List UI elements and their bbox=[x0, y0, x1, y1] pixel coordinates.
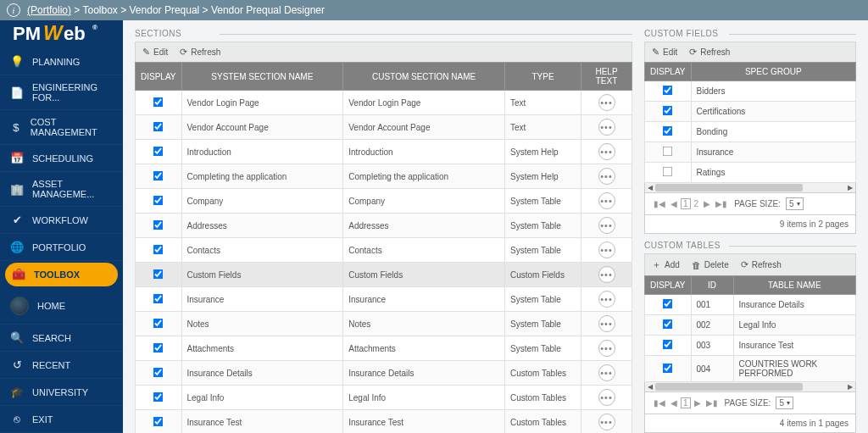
table-row[interactable]: IntroductionIntroductionSystem Help••• bbox=[136, 140, 632, 164]
table-row[interactable]: Vendor Account PageVendor Account PageTe… bbox=[136, 115, 632, 140]
refresh-button[interactable]: ⟳Refresh bbox=[741, 259, 782, 270]
pager-next[interactable]: ▶ bbox=[693, 398, 703, 408]
more-button[interactable]: ••• bbox=[598, 119, 615, 136]
h-scrollbar[interactable]: ◀▶ bbox=[644, 183, 856, 193]
sidebar-recent[interactable]: ↺RECENT bbox=[0, 352, 123, 379]
sidebar-item-planning[interactable]: 💡PLANNING bbox=[0, 48, 123, 75]
more-button[interactable]: ••• bbox=[598, 389, 615, 406]
pager-prev[interactable]: ◀ bbox=[669, 199, 679, 208]
sidebar-exit[interactable]: ⎋EXIT bbox=[0, 406, 123, 433]
table-row[interactable]: Custom FieldsCustom FieldsCustom Fields•… bbox=[136, 263, 632, 287]
display-checkbox[interactable] bbox=[153, 293, 164, 303]
display-checkbox[interactable] bbox=[663, 363, 673, 373]
display-checkbox[interactable] bbox=[153, 146, 164, 156]
sidebar-item-portfolio[interactable]: 🌐PORTFOLIO bbox=[0, 234, 123, 261]
col-help-text[interactable]: HELP TEXT bbox=[581, 63, 632, 91]
col-custom-name[interactable]: CUSTOM SECTION NAME bbox=[343, 63, 505, 91]
breadcrumb-portfolio[interactable]: (Portfolio) bbox=[27, 4, 71, 16]
col-display[interactable]: DISPLAY bbox=[645, 276, 692, 295]
display-checkbox[interactable] bbox=[663, 340, 673, 350]
table-row[interactable]: 002Legal Info bbox=[645, 315, 856, 336]
refresh-button[interactable]: ⟳Refresh bbox=[689, 47, 730, 58]
table-row[interactable]: CompanyCompanySystem Table••• bbox=[136, 189, 632, 214]
more-button[interactable]: ••• bbox=[598, 414, 615, 430]
sidebar-item-asset-manageme-[interactable]: 🏢ASSET MANAGEME... bbox=[0, 172, 123, 207]
page-size-select[interactable]: 5 bbox=[776, 397, 793, 409]
sidebar-item-engineering-for-[interactable]: 📄ENGINEERING FOR... bbox=[0, 75, 123, 110]
table-row[interactable]: Legal InfoLegal InfoCustom Tables••• bbox=[136, 386, 632, 410]
table-row[interactable]: Bonding bbox=[645, 122, 856, 142]
table-row[interactable]: Bidders bbox=[645, 81, 856, 102]
table-row[interactable]: 004COUNTRIES WORK PERFORMED bbox=[645, 356, 856, 382]
table-row[interactable]: Insurance bbox=[645, 142, 856, 163]
more-button[interactable]: ••• bbox=[598, 217, 615, 234]
display-checkbox[interactable] bbox=[153, 391, 164, 402]
edit-button[interactable]: ✎Edit bbox=[142, 47, 168, 58]
display-checkbox[interactable] bbox=[153, 342, 164, 353]
col-system-name[interactable]: SYSTEM SECTION NAME bbox=[181, 63, 343, 91]
more-button[interactable]: ••• bbox=[598, 340, 615, 357]
table-row[interactable]: ContactsContactsSystem Table••• bbox=[136, 238, 632, 263]
sidebar-item-toolbox[interactable]: 🧰TOOLBOX bbox=[5, 263, 118, 286]
h-scrollbar[interactable]: ◀▶ bbox=[644, 382, 856, 392]
pager-page-1[interactable]: 1 bbox=[681, 198, 691, 209]
table-row[interactable]: Completing the applicationCompleting the… bbox=[136, 164, 632, 189]
more-button[interactable]: ••• bbox=[598, 315, 615, 332]
add-button[interactable]: ＋Add bbox=[652, 258, 680, 271]
table-row[interactable]: Insurance TestInsurance TestCustom Table… bbox=[136, 410, 632, 434]
pager-first[interactable]: ▮◀ bbox=[652, 199, 667, 208]
display-checkbox[interactable] bbox=[153, 244, 164, 254]
display-checkbox[interactable] bbox=[663, 167, 673, 177]
sidebar-item-scheduling[interactable]: 📅SCHEDULING bbox=[0, 145, 123, 172]
display-checkbox[interactable] bbox=[153, 121, 164, 131]
table-row[interactable]: AddressesAddressesSystem Table••• bbox=[136, 214, 632, 238]
edit-button[interactable]: ✎Edit bbox=[652, 47, 677, 58]
table-row[interactable]: NotesNotesSystem Table••• bbox=[136, 312, 632, 336]
display-checkbox[interactable] bbox=[153, 318, 164, 328]
col-type[interactable]: TYPE bbox=[505, 63, 581, 91]
col-spec-group[interactable]: SPEC GROUP bbox=[691, 63, 856, 81]
more-button[interactable]: ••• bbox=[598, 168, 615, 185]
sidebar-item-workflow[interactable]: ✔WORKFLOW bbox=[0, 207, 123, 234]
refresh-button[interactable]: ⟳Refresh bbox=[180, 47, 220, 58]
more-button[interactable]: ••• bbox=[598, 94, 615, 111]
col-id[interactable]: ID bbox=[691, 276, 733, 295]
sidebar-search[interactable]: 🔍SEARCH bbox=[0, 325, 123, 352]
display-checkbox[interactable] bbox=[663, 299, 673, 309]
display-checkbox[interactable] bbox=[663, 147, 673, 157]
table-row[interactable]: 001Insurance Details bbox=[645, 295, 856, 315]
table-row[interactable]: AttachmentsAttachmentsSystem Table••• bbox=[136, 336, 632, 361]
display-checkbox[interactable] bbox=[153, 170, 164, 180]
display-checkbox[interactable] bbox=[153, 367, 164, 377]
more-button[interactable]: ••• bbox=[598, 241, 615, 258]
more-button[interactable]: ••• bbox=[598, 291, 615, 308]
display-checkbox[interactable] bbox=[153, 195, 164, 205]
pager-first[interactable]: ▮◀ bbox=[652, 398, 667, 408]
page-size-select[interactable]: 5 bbox=[786, 197, 804, 210]
more-button[interactable]: ••• bbox=[598, 192, 615, 209]
display-checkbox[interactable] bbox=[153, 219, 164, 230]
sidebar-item-cost-management[interactable]: $COST MANAGEMENT bbox=[0, 110, 123, 145]
col-table-name[interactable]: TABLE NAME bbox=[733, 276, 856, 295]
pager-next[interactable]: ▶ bbox=[702, 199, 712, 208]
sidebar-university[interactable]: 🎓UNIVERSITY bbox=[0, 379, 123, 406]
more-button[interactable]: ••• bbox=[598, 266, 615, 283]
sidebar-home[interactable]: HOME bbox=[0, 288, 123, 325]
table-row[interactable]: InsuranceInsuranceSystem Table••• bbox=[136, 287, 632, 312]
table-row[interactable]: Vendor Login PageVendor Login PageText••… bbox=[136, 91, 632, 115]
display-checkbox[interactable] bbox=[663, 86, 673, 96]
delete-button[interactable]: 🗑Delete bbox=[692, 260, 729, 270]
display-checkbox[interactable] bbox=[663, 106, 673, 116]
table-row[interactable]: Insurance DetailsInsurance DetailsCustom… bbox=[136, 361, 632, 386]
pager-prev[interactable]: ◀ bbox=[669, 398, 679, 408]
display-checkbox[interactable] bbox=[153, 97, 164, 107]
table-row[interactable]: Certifications bbox=[645, 102, 856, 122]
pager-last[interactable]: ▶▮ bbox=[704, 398, 720, 408]
pager-page-2[interactable]: 2 bbox=[693, 199, 701, 208]
col-display[interactable]: DISPLAY bbox=[645, 63, 692, 81]
info-icon[interactable]: i bbox=[7, 3, 20, 17]
app-logo[interactable]: PMWeb® bbox=[0, 20, 123, 48]
display-checkbox[interactable] bbox=[153, 416, 164, 426]
more-button[interactable]: ••• bbox=[598, 143, 615, 160]
table-row[interactable]: Ratings bbox=[645, 163, 856, 183]
